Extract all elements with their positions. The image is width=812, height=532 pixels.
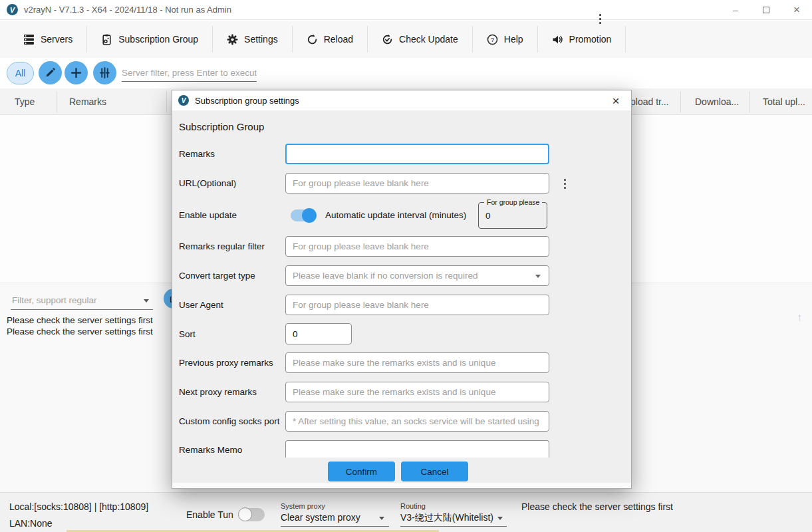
server-filter-input[interactable] (122, 65, 257, 82)
dialog-close-button[interactable]: × (607, 92, 624, 110)
column-header-type[interactable]: Type (15, 88, 35, 115)
system-proxy-select[interactable]: Clear system proxy (281, 512, 360, 523)
toolbar-help[interactable]: ? Help (473, 27, 537, 52)
url-input[interactable] (285, 173, 549, 194)
column-header-download[interactable]: Downloa... (695, 88, 739, 115)
column-header-upload-traffic[interactable]: pload tr... (630, 88, 669, 115)
toolbar-servers[interactable]: Servers (9, 27, 86, 52)
toolbar-separator (625, 26, 626, 53)
update-interval-field[interactable]: For group please 0 (478, 202, 547, 229)
column-divider[interactable] (749, 91, 750, 112)
column-header-remarks[interactable]: Remarks (69, 88, 106, 115)
pencil-icon (45, 67, 56, 78)
update-interval-legend: For group please (484, 198, 542, 206)
toggle-knob (302, 208, 317, 223)
sort-groups-button[interactable] (93, 61, 116, 84)
v2rayn-logo-icon: V (7, 4, 18, 15)
toolbar-reload-label: Reload (324, 34, 353, 45)
help-icon: ? (487, 34, 498, 45)
dialog-title: Subscription group settings (195, 96, 299, 106)
toolbar-reload[interactable]: Reload (293, 27, 367, 52)
toolbar-subscription-group-label: Subscription Group (118, 34, 198, 45)
url-more-menu[interactable] (561, 176, 569, 192)
group-all-button[interactable]: All (7, 62, 34, 84)
prev-proxy-input[interactable] (285, 352, 549, 373)
local-ports-label: Local:[socks:10808] | [http:10809] (9, 501, 148, 512)
toolbar-more-menu[interactable] (595, 9, 605, 28)
toolbar-check-update[interactable]: Check Update (368, 27, 472, 52)
sort-label: Sort (179, 329, 196, 339)
chevron-down-icon (144, 299, 149, 303)
column-divider[interactable] (57, 91, 57, 112)
remarks-filter-input[interactable] (285, 236, 549, 257)
toolbar-subscription-group[interactable]: Subscription Group (87, 27, 212, 52)
remarks-input[interactable] (285, 144, 549, 164)
toolbar-settings[interactable]: Settings (213, 27, 292, 52)
toolbar-servers-label: Servers (41, 34, 72, 45)
update-interval-label: Automatic update interval (minutes) (325, 210, 466, 220)
message-filter-placeholder: Filter, support regular (12, 295, 97, 305)
main-toolbar: Servers Subscription Group Settings (0, 21, 812, 58)
remarks-label: Remarks (179, 149, 215, 159)
next-proxy-input[interactable] (285, 382, 549, 402)
column-divider[interactable] (166, 91, 167, 112)
user-agent-input[interactable] (285, 295, 549, 315)
toolbar-promotion-label: Promotion (569, 34, 612, 45)
convert-target-select[interactable]: Please leave blank if no conversion is r… (285, 265, 549, 286)
minimize-button[interactable]: – (720, 0, 751, 20)
chevron-down-icon (379, 517, 384, 520)
cancel-button[interactable]: Cancel (401, 462, 468, 481)
url-label: URL(Optional) (179, 178, 236, 188)
custom-socks-label: Custom config socks port (179, 416, 280, 426)
dialog-titlebar: V Subscription group settings × (172, 90, 631, 111)
gear-icon (227, 34, 238, 45)
remarks-memo-input[interactable] (285, 440, 549, 458)
column-header-total-upload[interactable]: Total upl... (763, 88, 805, 115)
system-proxy-underline (281, 526, 389, 527)
toolbar-help-label: Help (504, 34, 523, 45)
chevron-down-icon (497, 517, 503, 520)
maximize-icon (763, 7, 769, 13)
next-proxy-label: Next proxy remarks (179, 387, 257, 397)
maximize-button[interactable] (751, 0, 781, 20)
custom-socks-input[interactable] (285, 411, 549, 432)
dialog-footer-strip (172, 483, 631, 488)
lan-label: LAN:None (9, 518, 53, 529)
scroll-top-icon[interactable]: ↑ (797, 311, 803, 325)
tune-slider-icon (99, 67, 110, 78)
sort-input[interactable] (285, 323, 352, 344)
enable-update-toggle[interactable] (291, 209, 316, 221)
enable-tun-toggle[interactable] (238, 508, 265, 521)
v2rayn-logo-icon: V (178, 95, 189, 106)
check-update-icon (382, 34, 393, 45)
convert-target-placeholder: Please leave blank if no conversion is r… (293, 271, 477, 281)
convert-target-label: Convert target type (179, 271, 255, 281)
log-line: Please check the server settings first (7, 327, 153, 336)
enable-update-label: Enable update (179, 210, 237, 220)
user-agent-label: User Agent (179, 300, 223, 310)
close-button[interactable]: × (781, 0, 812, 20)
prev-proxy-label: Previous proxy remarks (179, 358, 273, 368)
routing-select[interactable]: V3-绕过大陆(Whitelist) (400, 512, 493, 524)
column-divider[interactable] (680, 91, 681, 112)
subscription-group-icon (101, 34, 112, 45)
chevron-down-icon (535, 275, 541, 278)
message-filter-combobox[interactable]: Filter, support regular (11, 291, 153, 310)
reload-icon (307, 34, 318, 45)
toolbar-promotion[interactable]: Promotion (538, 27, 626, 52)
plus-icon (70, 67, 82, 78)
window-titlebar: V v2rayN - V7.1.3 - X64 - 2024/11/18 - N… (0, 0, 812, 20)
remarks-filter-label: Remarks regular filter (179, 241, 265, 251)
statusbar: Local:[socks:10808] | [http:10809] LAN:N… (0, 492, 812, 532)
routing-underline (400, 526, 507, 527)
promotion-icon (552, 34, 563, 45)
remarks-memo-label: Remarks Memo (179, 445, 242, 455)
toolbar-settings-label: Settings (244, 34, 278, 45)
edit-group-button[interactable] (39, 61, 62, 84)
subscription-group-settings-dialog: V Subscription group settings × Subscrip… (172, 90, 632, 489)
confirm-button[interactable]: Confirm (328, 462, 395, 481)
toggle-knob (238, 507, 252, 521)
window-controls: – × (720, 0, 812, 20)
add-group-button[interactable] (65, 61, 88, 84)
svg-text:?: ? (491, 36, 494, 43)
